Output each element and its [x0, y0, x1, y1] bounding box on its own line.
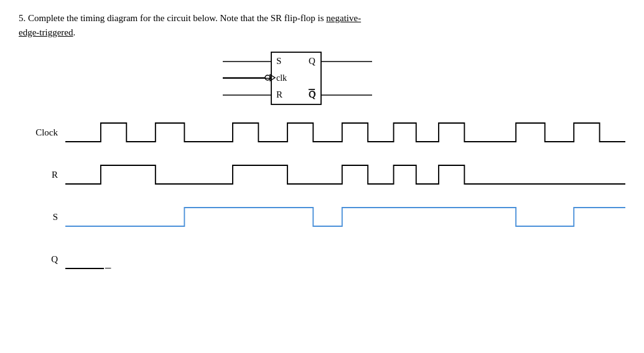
r-label: R — [25, 170, 65, 180]
s-svg — [65, 204, 625, 229]
s-canvas — [65, 204, 625, 229]
page: 5. Complete the timing diagram for the c… — [0, 0, 644, 300]
q-label: Q — [25, 254, 65, 265]
timing-area: Clock R S — [25, 120, 625, 272]
question-text: 5. Complete the timing diagram for the c… — [19, 11, 454, 39]
clock-svg — [65, 120, 625, 145]
svg-text:Q: Q — [309, 56, 315, 66]
clock-canvas — [65, 120, 625, 145]
signal-row-clock: Clock — [25, 120, 625, 145]
underline-text: negative-edge-triggered — [19, 13, 361, 37]
svg-text:Q: Q — [309, 89, 315, 99]
circuit-area: S Q clk R Q̅ Q — [0, 50, 625, 106]
question-body: Complete the timing diagram for the circ… — [19, 13, 361, 37]
question-number: 5. — [19, 13, 26, 23]
clock-label: Clock — [25, 127, 65, 138]
svg-text:–: – — [105, 261, 111, 272]
circuit-svg: S Q clk R Q̅ Q — [217, 50, 378, 106]
signal-row-r: R — [25, 162, 625, 187]
signal-row-q: Q – — [25, 247, 625, 272]
q-svg: – — [65, 247, 625, 272]
svg-text:clk: clk — [276, 73, 287, 83]
r-svg — [65, 162, 625, 187]
r-canvas — [65, 162, 625, 187]
q-canvas: – — [65, 247, 625, 272]
svg-text:S: S — [276, 56, 281, 66]
circuit-wrapper: S Q clk R Q̅ Q — [217, 50, 378, 106]
svg-point-9 — [265, 75, 270, 80]
signal-row-s: S — [25, 204, 625, 229]
svg-text:R: R — [276, 89, 282, 99]
s-label: S — [25, 212, 65, 222]
